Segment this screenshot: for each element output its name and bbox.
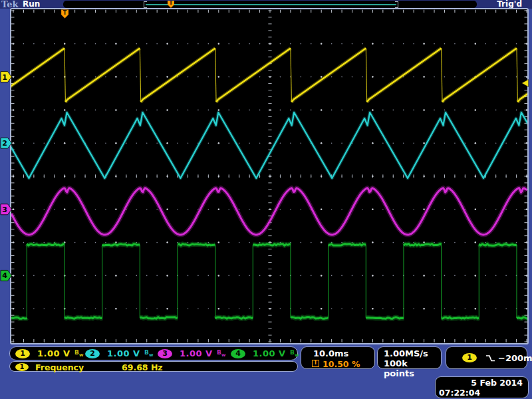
sample-rate: 1.00MS/s	[384, 348, 428, 358]
date-text: 5 Feb 2014	[471, 378, 523, 388]
measurement-value: 69.68 Hz	[122, 362, 163, 372]
channel-1-scale: 1.00 V	[37, 348, 74, 358]
channel-4-readout[interactable]: 4 1.00 V Bw	[231, 348, 299, 358]
channel-3-readout[interactable]: 3 1.00 V Bw	[158, 348, 225, 358]
channel-3-badge[interactable]: 3	[158, 349, 172, 358]
acquisition-readout-pill[interactable]: 1.00MS/s 100k points	[377, 346, 442, 369]
channel-2-badge[interactable]: 2	[85, 349, 100, 358]
record-trigger-marker-icon[interactable]: T	[168, 1, 174, 8]
bandwidth-icon: Bw	[290, 349, 299, 358]
trigger-source-badge: 1	[462, 353, 477, 362]
svg-text:3: 3	[2, 205, 7, 214]
measurement-readout-pill[interactable]: 1 Frequency 69.68 Hz	[9, 361, 298, 372]
measurement-source-badge: 1	[15, 363, 29, 371]
oscilloscope-screen: { "header": { "brand": "Tek", "acquisiti…	[0, 0, 532, 399]
bandwidth-icon: Bw	[217, 349, 225, 358]
channel-2-readout[interactable]: 2 1.00 V Bw	[85, 348, 153, 358]
svg-text:2: 2	[2, 139, 7, 148]
channel-4-badge[interactable]: 4	[231, 349, 245, 358]
channel-1-readout[interactable]: 1 1.00 V Bw	[15, 348, 83, 358]
trigger-level: −200mV	[498, 353, 532, 363]
channel-2-scale: 1.00 V	[107, 348, 144, 358]
bandwidth-icon: Bw	[74, 349, 83, 358]
measurement-label: Frequency	[35, 362, 84, 372]
timebase-scale: 10.0ms	[313, 348, 348, 358]
datetime-pill: 5 Feb 2014 07:22:04	[435, 376, 529, 398]
channel-4-scale: 1.00 V	[253, 348, 290, 358]
trigger-position-percent: 10.50 %	[323, 359, 360, 369]
record-view-bar: T	[63, 1, 477, 8]
record-view-window-line	[146, 4, 396, 5]
svg-text:1: 1	[2, 73, 7, 82]
trigger-readout-pill[interactable]: 1 −200mV	[446, 346, 527, 369]
channel-readout-pill: 1 1.00 V Bw 2 1.00 V Bw 3 1.00 V Bw 4 1.…	[9, 346, 298, 360]
horizontal-readout-pill[interactable]: 10.0ms T 10.50 %	[301, 346, 375, 369]
graticule-frame	[10, 8, 529, 344]
svg-text:4: 4	[2, 271, 7, 280]
bandwidth-icon: Bw	[144, 349, 153, 358]
channel-1-badge[interactable]: 1	[15, 349, 30, 358]
trigger-position-icon: T	[312, 360, 319, 367]
channel-3-scale: 1.00 V	[180, 348, 217, 358]
record-length: 100k points	[384, 358, 441, 378]
falling-edge-icon	[485, 354, 495, 362]
time-text: 07:22:04	[439, 388, 480, 398]
record-window-left-bracket-icon	[144, 1, 147, 8]
record-window-right-bracket-icon	[395, 1, 398, 8]
